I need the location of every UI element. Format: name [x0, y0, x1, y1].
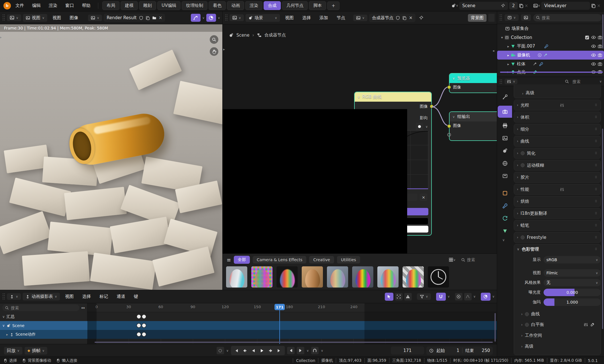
- compositor-node-canvas[interactable]: Scene › 合成器节点 ▸ ◂ ∨ RGB 曲线 图像 影向 ∨: [222, 24, 497, 253]
- workspace-tab-modeling[interactable]: 建模: [121, 1, 138, 10]
- sync-dropdown-icon[interactable]: ∨: [321, 349, 323, 353]
- tab-view-layer[interactable]: [498, 132, 512, 144]
- expand-caret-icon[interactable]: ▸: [6, 332, 8, 337]
- camera-visibility-icon[interactable]: [598, 44, 602, 49]
- backdrop-toggle-button[interactable]: 背景图: [468, 14, 487, 22]
- view-transform-dropdown[interactable]: Filmic∨: [544, 269, 601, 277]
- panel-grip[interactable]: ⠿: [595, 188, 598, 191]
- expand-caret-icon[interactable]: ∨: [2, 315, 5, 319]
- channel-scene[interactable]: ∨ Scene: [0, 321, 87, 330]
- panel-grip[interactable]: ⠿: [595, 127, 598, 131]
- image-input-socket[interactable]: [447, 85, 451, 89]
- subpanel-toggle[interactable]: [525, 312, 529, 316]
- asset-thumbnail-saturate[interactable]: [352, 266, 373, 288]
- panel-grip[interactable]: ⠿: [595, 151, 598, 155]
- step-forward-button[interactable]: [297, 347, 304, 354]
- dopesheet-canvas[interactable]: 0 30 60 90 120 150 180 210 240: [0, 303, 497, 344]
- outliner-search-input[interactable]: [533, 14, 602, 21]
- panel-toggle-checkbox[interactable]: [521, 235, 525, 239]
- shelf-tab-creative[interactable]: Creative: [309, 256, 334, 263]
- presets-sliders-icon[interactable]: [560, 187, 564, 192]
- breadcrumb-nodetree[interactable]: 合成器节点: [264, 32, 286, 38]
- eye-icon[interactable]: [591, 35, 596, 40]
- workspace-tab-scripting[interactable]: 脚本: [309, 1, 326, 10]
- filter-button[interactable]: ∨: [417, 293, 431, 300]
- editor-corner-grip[interactable]: [499, 79, 502, 84]
- viewlayer-browse-icon[interactable]: ∨: [533, 3, 540, 8]
- render-preview-viewport[interactable]: Frame:30 | Time:01:02.94 | Mem:580M, Pea…: [0, 24, 222, 290]
- fake-user-shield-icon[interactable]: [396, 16, 400, 20]
- tab-scene[interactable]: [498, 145, 512, 157]
- keying-popover-button[interactable]: ◆插帧∨: [25, 347, 47, 355]
- outliner-row-cylinder[interactable]: ▸ 柱体: [497, 60, 604, 68]
- asset-thumbnail-glow[interactable]: [276, 266, 298, 288]
- collapse-caret-icon[interactable]: ∨: [517, 247, 519, 251]
- step-dropdown-icon[interactable]: ∨: [307, 349, 309, 353]
- pan-hand-gizmo-button[interactable]: [210, 47, 218, 56]
- ds-menu-key[interactable]: 键: [130, 293, 142, 300]
- playhead-line[interactable]: [279, 309, 280, 344]
- outliner-display-mode-button[interactable]: ∨: [505, 14, 519, 21]
- auto-key-dropdown-icon[interactable]: ∨: [226, 349, 229, 353]
- timeline-h-scrollbar[interactable]: [95, 342, 493, 343]
- curve-point-color-button[interactable]: [416, 123, 423, 130]
- asset-thumbnail-posterize[interactable]: [403, 266, 424, 288]
- delete-point-button[interactable]: ×: [420, 194, 427, 201]
- gamma-slider[interactable]: 1.000: [544, 298, 601, 306]
- panel-grip[interactable]: ⠿: [595, 139, 598, 143]
- scene-copy-icon[interactable]: [519, 3, 523, 8]
- panel-motion-blur[interactable]: ›运动模糊⠿: [514, 160, 601, 171]
- keyframe[interactable]: [137, 315, 141, 318]
- display-device-dropdown[interactable]: sRGB∨: [544, 256, 601, 263]
- outliner-row-collection[interactable]: ▾ Collection: [497, 33, 604, 42]
- overlays-toggle[interactable]: [206, 14, 216, 22]
- shelf-menu-icon[interactable]: ≡: [227, 257, 231, 263]
- keyframe[interactable]: [142, 332, 146, 336]
- panel-grease-pencil[interactable]: ›蜡笔⠿: [514, 220, 601, 231]
- animation-icon[interactable]: [544, 53, 548, 57]
- panel-grip[interactable]: ⠿: [595, 176, 598, 179]
- eyedropper-icon[interactable]: [590, 322, 595, 327]
- keyframe[interactable]: [137, 324, 141, 327]
- panel-grip[interactable]: ⠿: [595, 164, 598, 167]
- menu-help[interactable]: 帮助: [79, 2, 94, 9]
- menu-edit[interactable]: 编辑: [29, 2, 44, 9]
- panel-grip[interactable]: ⠿: [595, 200, 598, 203]
- overlays-dropdown-icon[interactable]: ∨: [218, 16, 220, 20]
- viewlayer-name-field[interactable]: ViewLayer: [541, 2, 590, 10]
- panel-performance[interactable]: ›性能⠿: [514, 184, 601, 195]
- select-tool-toggle[interactable]: [385, 293, 393, 301]
- camera-visibility-icon[interactable]: [598, 35, 602, 40]
- image-unlink-icon[interactable]: ×: [159, 15, 162, 20]
- panel-film[interactable]: ›胶片⠿: [514, 172, 601, 183]
- playhead-label[interactable]: 171: [274, 304, 285, 310]
- play-button[interactable]: [258, 347, 266, 354]
- blender-logo-icon[interactable]: b: [3, 2, 11, 9]
- jump-to-end-button[interactable]: [276, 347, 283, 354]
- workspace-tab-animation[interactable]: 动画: [227, 1, 244, 10]
- node-viewer[interactable]: ∨ 预览器 图像: [449, 73, 497, 93]
- panel-curves[interactable]: ›曲线⠿: [514, 136, 601, 147]
- panel-i18n-update[interactable]: ›I18n更新翻译⠿: [514, 208, 601, 219]
- workspace-tab-sculpting[interactable]: 雕刻: [139, 1, 156, 10]
- collapse-caret-icon[interactable]: ∨: [358, 95, 360, 99]
- node-rgb-curves-header[interactable]: ∨ RGB 曲线: [355, 92, 431, 102]
- shelf-tab-all[interactable]: 全部: [234, 256, 250, 264]
- ds-menu-marker[interactable]: 标记: [96, 293, 111, 300]
- panel-grip[interactable]: ⠿: [595, 236, 598, 239]
- image-copy-icon[interactable]: [146, 16, 150, 20]
- subpanel-workspace[interactable]: ›工作空间: [521, 333, 542, 338]
- playback-sync-button[interactable]: [311, 347, 319, 354]
- outliner-filter-button[interactable]: [521, 14, 531, 21]
- expand-caret-icon[interactable]: ▸: [507, 44, 509, 48]
- look-dropdown[interactable]: 无∨: [544, 279, 601, 286]
- outliner-row-plane007[interactable]: ▸ 平面.007: [497, 42, 604, 51]
- pin-icon[interactable]: [419, 15, 423, 20]
- expand-caret-icon[interactable]: ▸: [507, 62, 509, 66]
- workspace-tab-layout[interactable]: 布局: [102, 1, 119, 10]
- snap-magnet-toggle[interactable]: [436, 293, 446, 301]
- modifier-wrench-icon[interactable]: [539, 62, 543, 66]
- zoom-gizmo-button[interactable]: [210, 35, 218, 44]
- properties-scrollbar[interactable]: [602, 129, 603, 329]
- toolbar-toggle-arrow[interactable]: ▸: [223, 47, 225, 51]
